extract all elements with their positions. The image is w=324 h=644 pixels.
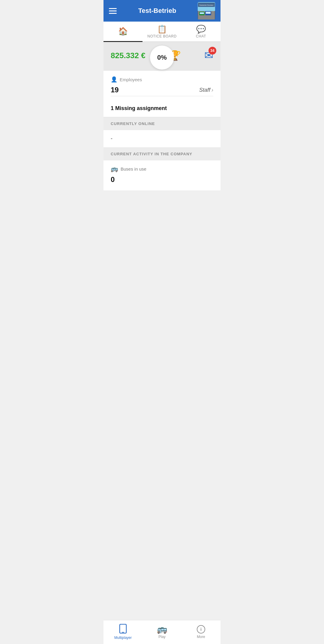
buses-count: 0 — [111, 172, 213, 188]
chevron-right-icon: › — [212, 87, 213, 93]
menu-button[interactable] — [109, 8, 117, 14]
tab-chat-label: CHAT — [196, 34, 206, 38]
employee-count: 19 — [111, 86, 119, 94]
svg-text:Busbetrieb-Simulator: Busbetrieb-Simulator — [200, 4, 214, 6]
tab-home[interactable]: 🏠 — [104, 22, 142, 41]
missing-assignment: 1 Missing assignment — [104, 100, 220, 117]
staff-row: 19 Staff › — [111, 83, 213, 96]
activity-header: CURRENT ACTIVITY IN THE COMPANY — [104, 148, 220, 160]
header-title: Test-Betrieb — [117, 7, 198, 15]
tab-bar: 🏠 📋 NOTICE BOARD 💬 CHAT — [104, 22, 220, 42]
employees-label: 👤 Employees — [111, 76, 213, 83]
tab-notice-board[interactable]: 📋 NOTICE BOARD — [142, 22, 182, 41]
stats-row: 825.332 € 🏆 0% ✉ 34 — [104, 42, 220, 71]
home-icon: 🏠 — [118, 27, 128, 35]
employees-section: 👤 Employees 19 Staff › — [104, 71, 220, 100]
percent-circle: 0% — [150, 46, 174, 70]
buses-label-text: Buses in use — [121, 166, 146, 171]
mail-badge: 34 — [208, 47, 216, 55]
staff-link-text: Staff — [199, 87, 210, 93]
online-value: - — [104, 130, 220, 148]
svg-rect-6 — [206, 12, 211, 14]
svg-rect-4 — [200, 12, 204, 14]
money-display: 825.332 € — [111, 51, 146, 60]
main-content: 👤 Employees 19 Staff › 1 Missing assignm… — [104, 71, 220, 190]
tab-notice-board-label: NOTICE BOARD — [147, 34, 176, 38]
buses-label: 🚌 Buses in use — [111, 165, 213, 172]
game-thumbnail: Busbetrieb-Simulator — [198, 2, 215, 19]
employees-title: Employees — [120, 77, 142, 82]
chat-icon: 💬 — [196, 25, 206, 33]
staff-link[interactable]: Staff › — [199, 87, 213, 93]
bus-icon: 🚌 — [111, 165, 118, 172]
currently-online-header: CURRENTLY ONLINE — [104, 117, 220, 130]
notice-board-icon: 📋 — [157, 25, 167, 33]
activity-content: 🚌 Buses in use 0 — [104, 160, 220, 190]
person-icon: 👤 — [111, 76, 117, 83]
app-header: Test-Betrieb Busbetrieb-Simulator — [104, 0, 220, 22]
thumbnail-svg: Busbetrieb-Simulator — [198, 3, 215, 19]
tab-chat[interactable]: 💬 CHAT — [182, 22, 220, 41]
mail-button[interactable]: ✉ 34 — [204, 49, 213, 62]
